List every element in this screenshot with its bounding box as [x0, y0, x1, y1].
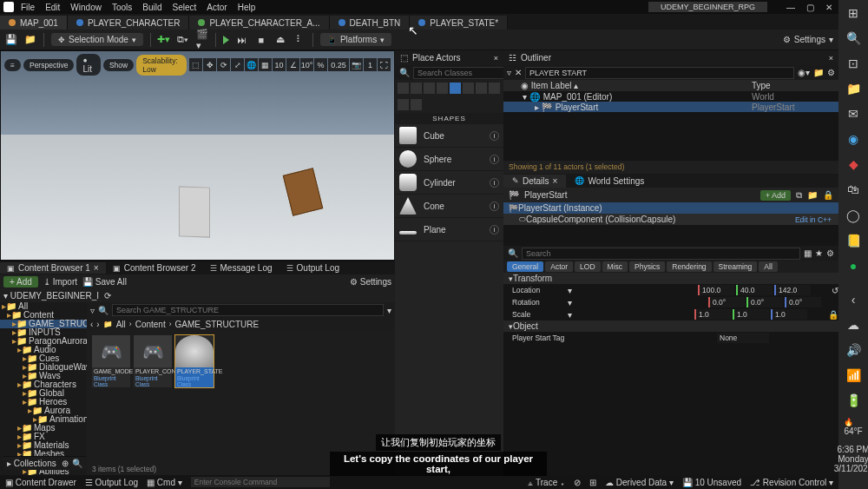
- shape-plane[interactable]: Planei: [395, 218, 503, 241]
- shape-cube[interactable]: Cubei: [395, 124, 503, 148]
- outliner-row-playerstart[interactable]: ▸ 🏁 PlayerStart PlayerStart: [503, 102, 838, 112]
- eject-icon[interactable]: ⏏: [274, 34, 286, 46]
- favorites-icon[interactable]: ★: [815, 248, 823, 258]
- taskbar-edge-icon[interactable]: ◉: [844, 131, 863, 148]
- chip-all[interactable]: All: [759, 261, 777, 272]
- tree-item[interactable]: ▸📁Animations: [0, 415, 87, 424]
- info-icon[interactable]: i: [490, 131, 499, 141]
- info-icon[interactable]: i: [490, 225, 499, 235]
- add-asset-button[interactable]: + Add: [3, 276, 38, 287]
- angle-snap-value[interactable]: 10°: [300, 58, 313, 71]
- folder-icon[interactable]: 📁: [813, 68, 824, 77]
- taskbar-mail-icon[interactable]: ✉: [844, 106, 863, 122]
- cat-extra1-icon[interactable]: [398, 99, 409, 110]
- settings-gear-icon[interactable]: ⚙: [827, 68, 835, 77]
- reset-icon[interactable]: ↺: [832, 286, 838, 295]
- output-log-button[interactable]: ☰ Output Log: [85, 478, 138, 487]
- cat-volumes-icon[interactable]: [476, 83, 487, 94]
- location-z-input[interactable]: 142.0: [774, 285, 811, 295]
- taskbar-search-icon[interactable]: 🔍: [844, 30, 863, 46]
- grid-snap-value[interactable]: 10: [273, 58, 286, 71]
- tree-item[interactable]: ▸📁Characters: [0, 380, 87, 389]
- save-all-button[interactable]: 💾 Save All: [82, 277, 127, 287]
- rotation-y-input[interactable]: 0.0°: [746, 297, 783, 307]
- play-options-icon[interactable]: ⠇: [293, 34, 306, 46]
- view-options-icon[interactable]: ◉▾: [798, 68, 810, 77]
- tree-item[interactable]: ▸📁DialogueWavs: [0, 363, 87, 372]
- cat-recent-icon[interactable]: [398, 83, 409, 94]
- tab-message-log[interactable]: ☰ Message Log: [203, 262, 279, 274]
- edit-in-cpp-link[interactable]: Edit in C++: [795, 215, 832, 224]
- asset-player-state[interactable]: PLAYER_STATEBlueprint Class: [175, 335, 214, 387]
- scale-mode-icon[interactable]: ⤢: [231, 58, 244, 71]
- show-dropdown[interactable]: Show: [103, 59, 134, 71]
- view-grid-icon[interactable]: ▦: [804, 248, 812, 258]
- section-object[interactable]: ▾ Object: [503, 320, 838, 332]
- settings-gear-icon[interactable]: ⚙: [826, 248, 834, 258]
- project-dropdown[interactable]: ▾ UDEMY_BEGINNER_I: [3, 291, 99, 301]
- cat-basic-icon[interactable]: [411, 83, 422, 94]
- dropdown-icon[interactable]: ▾: [568, 286, 572, 295]
- taskbar-unreal-icon[interactable]: ◯: [844, 207, 863, 223]
- taskbar-battery-icon[interactable]: 🔋: [844, 393, 863, 409]
- scalability-warning[interactable]: Scalability: Low: [136, 55, 187, 76]
- close-button[interactable]: ✕: [823, 3, 835, 12]
- tree-item[interactable]: ▸📁Cues: [0, 354, 87, 363]
- rotation-x-input[interactable]: 0.0°: [708, 297, 745, 307]
- tab-details[interactable]: ✎ Details ×: [503, 175, 566, 188]
- tab-player-character-anim[interactable]: PLAYER_CHARACTER_A...: [189, 16, 329, 30]
- asset-search-input[interactable]: [112, 304, 384, 316]
- trace-button[interactable]: ⟁ Trace ▾: [528, 478, 565, 487]
- add-component-button[interactable]: + Add: [760, 190, 791, 201]
- unsaved-button[interactable]: 💾 10 Unsaved: [682, 478, 741, 487]
- tree-item[interactable]: ▸📁Heroes: [0, 398, 87, 406]
- tree-item[interactable]: ▸📁GAME_STRUCTUR: [0, 320, 87, 328]
- cat-all-icon[interactable]: [489, 83, 500, 94]
- col-item-label[interactable]: ◉ Item Label ▴: [512, 81, 752, 90]
- tree-item[interactable]: ▸📁Audio: [0, 346, 87, 354]
- scale-snap-icon[interactable]: %: [314, 58, 327, 71]
- blueprint-edit-icon[interactable]: ⧉: [796, 190, 802, 201]
- crumb-content[interactable]: Content: [135, 320, 166, 329]
- history-fwd-icon[interactable]: ›: [96, 320, 99, 329]
- tree-item[interactable]: ▸📁Wavs: [0, 372, 87, 380]
- pause-step-icon[interactable]: ⏭: [236, 34, 248, 46]
- menu-actor[interactable]: Actor: [207, 3, 227, 12]
- derived-data-button[interactable]: ☁ Derived Data ▾: [605, 478, 674, 487]
- lit-dropdown[interactable]: ● Lit: [76, 54, 101, 76]
- weather-temp[interactable]: 🔥64°F: [844, 418, 862, 436]
- settings-gear-icon[interactable]: ⚙: [783, 35, 791, 44]
- play-button[interactable]: [223, 36, 229, 44]
- menu-window[interactable]: Window: [70, 3, 102, 12]
- perspective-dropdown[interactable]: Perspective: [23, 59, 74, 71]
- aux1-icon[interactable]: ⊘: [574, 478, 581, 487]
- collection-add-icon[interactable]: ⊕: [62, 459, 69, 468]
- tab-death-btn[interactable]: DEATH_BTN: [330, 16, 411, 30]
- scene-plane-mesh[interactable]: [179, 186, 210, 237]
- tab-content-browser-2[interactable]: ▣ Content Browser 2: [106, 262, 203, 274]
- selection-mode-dropdown[interactable]: ✥ Selection Mode ▾: [51, 33, 143, 46]
- taskbar-spotify-icon[interactable]: ●: [844, 257, 863, 274]
- close-panel-icon[interactable]: ×: [829, 54, 833, 63]
- viewport-options-icon[interactable]: ≡: [4, 59, 21, 71]
- shape-cone[interactable]: Conei: [395, 195, 503, 218]
- scale-z-input[interactable]: 1.0: [771, 309, 807, 320]
- menu-edit[interactable]: Edit: [45, 3, 60, 12]
- info-icon[interactable]: i: [490, 155, 499, 164]
- menu-select[interactable]: Select: [173, 3, 197, 12]
- blueprint-icon[interactable]: ⧉▾: [177, 34, 189, 46]
- crumb-current[interactable]: GAME_STRUCTURE: [175, 320, 260, 329]
- taskbar-cloud-icon[interactable]: ☁: [844, 317, 863, 334]
- select-mode-icon[interactable]: ⬚: [189, 58, 202, 71]
- component-capsule[interactable]: ⬭ CapsuleComponent (CollisionCapsule)Edi…: [503, 214, 838, 225]
- content-drawer-button[interactable]: ▣ Content Drawer: [5, 478, 76, 487]
- asset-game-mode[interactable]: 🎮GAME_MODEBlueprint Class: [92, 335, 130, 387]
- shape-cylinder[interactable]: Cylinderi: [395, 171, 503, 195]
- cat-cinematic-icon[interactable]: [437, 83, 448, 94]
- scene-cube-mesh[interactable]: [283, 168, 324, 215]
- filter-icon[interactable]: ▿: [507, 68, 511, 77]
- revision-control-button[interactable]: ⎇ Revision Control ▾: [750, 478, 833, 487]
- aux2-icon[interactable]: ⊞: [589, 478, 596, 487]
- outliner-search-input[interactable]: [525, 67, 794, 79]
- crumb-all[interactable]: All: [116, 320, 126, 329]
